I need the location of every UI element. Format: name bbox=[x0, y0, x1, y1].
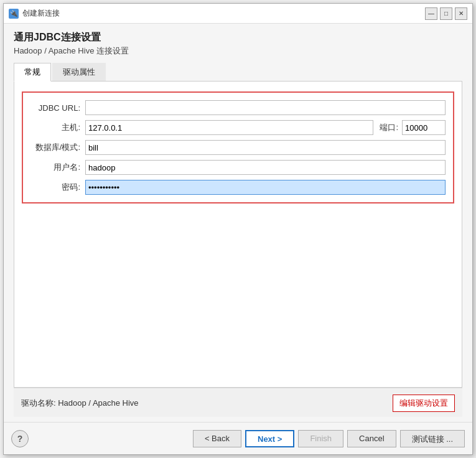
app-icon: 🔌 bbox=[9, 9, 19, 19]
form-section: JDBC URL: 主机: 端口: 数据库/模式: bbox=[22, 91, 454, 203]
jdbc-url-input[interactable] bbox=[85, 100, 446, 115]
user-label: 用户名: bbox=[30, 162, 80, 173]
sub-title: Hadoop / Apache Hive 连接设置 bbox=[14, 45, 462, 57]
tab-content: JDBC URL: 主机: 端口: 数据库/模式: bbox=[14, 82, 462, 388]
back-button[interactable]: < Back bbox=[193, 430, 241, 447]
user-row: 用户名: bbox=[30, 160, 446, 175]
tab-general[interactable]: 常规 bbox=[14, 63, 51, 82]
port-label: 端口: bbox=[380, 122, 398, 133]
close-button[interactable]: ✕ bbox=[455, 7, 467, 20]
jdbc-url-label: JDBC URL: bbox=[30, 103, 80, 113]
host-port-row: 主机: 端口: bbox=[30, 120, 446, 135]
password-input[interactable] bbox=[85, 180, 446, 195]
bottom-bar: ? < Back Next > Finish Cancel 测试链接 ... bbox=[4, 422, 472, 454]
help-button[interactable]: ? bbox=[11, 430, 29, 447]
footer-section: 驱动名称: Hadoop / Apache Hive 编辑驱动设置 bbox=[14, 388, 462, 417]
db-row: 数据库/模式: bbox=[30, 140, 446, 155]
title-bar: 🔌 创建新连接 — □ ✕ bbox=[4, 4, 472, 24]
db-input[interactable] bbox=[85, 140, 446, 155]
maximize-button[interactable]: □ bbox=[440, 7, 452, 20]
finish-button[interactable]: Finish bbox=[298, 430, 343, 447]
tabs: 常规 驱动属性 bbox=[14, 63, 462, 82]
window-title: 创建新连接 bbox=[22, 8, 425, 19]
minimize-button[interactable]: — bbox=[425, 7, 437, 20]
db-label: 数据库/模式: bbox=[30, 142, 80, 153]
test-connection-button[interactable]: 测试链接 ... bbox=[400, 430, 465, 447]
next-button[interactable]: Next > bbox=[245, 430, 294, 447]
user-input[interactable] bbox=[85, 160, 446, 175]
main-window: 🔌 创建新连接 — □ ✕ 通用JDBC连接设置 Hadoop / Apache… bbox=[3, 3, 473, 455]
driver-label: 驱动名称: Hadoop / Apache Hive bbox=[21, 398, 139, 409]
host-input[interactable] bbox=[85, 120, 373, 135]
jdbc-url-row: JDBC URL: bbox=[30, 100, 446, 115]
password-row: 密码: bbox=[30, 180, 446, 195]
main-title: 通用JDBC连接设置 bbox=[14, 31, 462, 44]
host-label: 主机: bbox=[30, 122, 80, 133]
window-content: 通用JDBC连接设置 Hadoop / Apache Hive 连接设置 常规 … bbox=[4, 24, 472, 422]
cancel-button[interactable]: Cancel bbox=[347, 430, 396, 447]
window-controls: — □ ✕ bbox=[425, 7, 467, 20]
edit-driver-button[interactable]: 编辑驱动设置 bbox=[393, 395, 455, 412]
port-input[interactable] bbox=[402, 120, 446, 135]
tab-driver[interactable]: 驱动属性 bbox=[52, 63, 106, 81]
password-label: 密码: bbox=[30, 182, 80, 193]
bottom-buttons: < Back Next > Finish Cancel 测试链接 ... bbox=[193, 430, 465, 447]
